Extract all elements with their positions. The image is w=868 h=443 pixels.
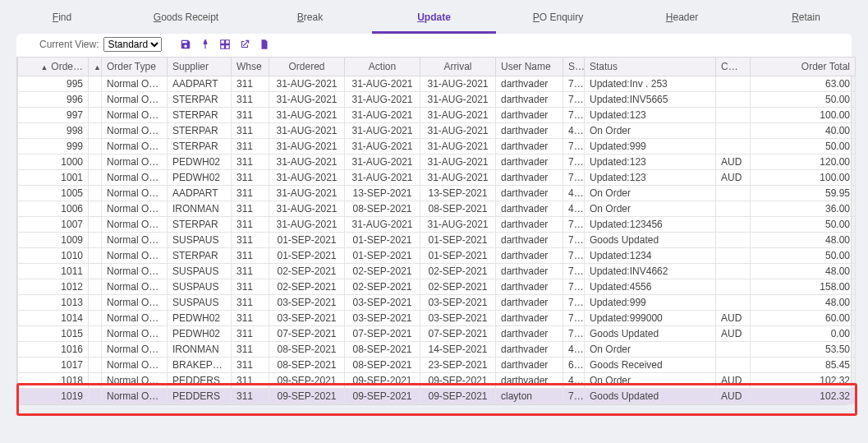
table-row[interactable]: 1006Normal OrderIRONMAN31131-AUG-202108-…: [18, 201, 856, 217]
export-icon[interactable]: [237, 37, 252, 52]
table-row[interactable]: 1001Normal OrderPEDWH0231131-AUG-202131-…: [18, 170, 856, 186]
table-row[interactable]: 1011Normal OrderSUSPAUS31102-SEP-202102-…: [18, 264, 856, 279]
save-icon[interactable]: [178, 37, 193, 52]
col-action[interactable]: Action: [345, 58, 420, 76]
table-row[interactable]: 1000Normal OrderPEDWH0231131-AUG-202131-…: [18, 155, 856, 170]
col-total[interactable]: Order Total: [751, 58, 856, 76]
table-row[interactable]: 997Normal OrderSTERPAR31131-AUG-202131-A…: [18, 108, 856, 123]
table-row[interactable]: 1005Normal OrderAADPART31131-AUG-202113-…: [18, 186, 856, 201]
col-supplier[interactable]: Supplier: [168, 58, 232, 76]
col-sortcol[interactable]: [89, 58, 102, 76]
table-row[interactable]: 1019Normal OrderPEDDERS31109-SEP-202109-…: [18, 389, 856, 404]
col-order[interactable]: Orde…: [18, 58, 89, 76]
tab-break[interactable]: Break: [248, 5, 372, 34]
col-whse[interactable]: Whse: [232, 58, 269, 76]
current-view-select[interactable]: Standard: [103, 37, 162, 52]
tab-goods-receipt[interactable]: Goods Receipt: [124, 5, 248, 34]
grid-icon[interactable]: [218, 37, 232, 52]
orders-table: Orde…Order TypeSupplierWhseOrderedAction…: [17, 57, 856, 404]
col-arrival[interactable]: Arrival: [420, 58, 496, 76]
table-header-row: Orde…Order TypeSupplierWhseOrderedAction…: [18, 58, 856, 76]
table-row[interactable]: 1016Normal OrderIRONMAN31108-SEP-202108-…: [18, 342, 856, 358]
col-ordered[interactable]: Ordered: [269, 58, 345, 76]
table-row[interactable]: 1014Normal OrderPEDWH0231103-SEP-202103-…: [18, 311, 856, 326]
tab-update[interactable]: Update: [372, 5, 496, 34]
tab-retain[interactable]: Retain: [744, 5, 868, 34]
tab-po-enquiry[interactable]: PO Enquiry: [496, 5, 620, 34]
table-row[interactable]: 1018Normal OrderPEDDERS31109-SEP-202109-…: [18, 373, 856, 389]
table-row[interactable]: 995Normal OrderAADPART31131-AUG-202131-A…: [18, 76, 856, 92]
col-type[interactable]: Order Type: [102, 58, 168, 76]
table-row[interactable]: 999Normal OrderSTERPAR31131-AUG-202131-A…: [18, 139, 856, 155]
tab-header[interactable]: Header: [620, 5, 744, 34]
document-icon[interactable]: [257, 37, 272, 52]
table-row[interactable]: 1013Normal OrderSUSPAUS31103-SEP-202103-…: [18, 295, 856, 311]
table-row[interactable]: 1015Normal OrderPEDWH0231107-SEP-202107-…: [18, 326, 856, 342]
table-row[interactable]: 1017Normal OrderBRAKEPRO31108-SEP-202108…: [18, 358, 856, 373]
col-c[interactable]: C…: [716, 58, 751, 76]
table-row[interactable]: 1009Normal OrderSUSPAUS31101-SEP-202101-…: [18, 233, 856, 248]
col-status[interactable]: Status: [585, 58, 716, 76]
pin-icon[interactable]: [198, 37, 213, 52]
table-row[interactable]: 1012Normal OrderSUSPAUS31102-SEP-202102-…: [18, 279, 856, 295]
table-row[interactable]: 996Normal OrderSTERPAR31131-AUG-202131-A…: [18, 92, 856, 108]
tabbar: FindGoods ReceiptBreakUpdatePO EnquiryHe…: [0, 0, 868, 34]
table-row[interactable]: 1007Normal OrderSTERPAR31131-AUG-202131-…: [18, 217, 856, 233]
col-user[interactable]: User Name: [496, 58, 563, 76]
toolbar: Current View: Standard: [16, 34, 852, 57]
current-view-label: Current View:: [39, 39, 99, 50]
table-row[interactable]: 998Normal OrderSTERPAR31131-AUG-202131-A…: [18, 123, 856, 139]
tab-find[interactable]: Find: [0, 5, 124, 34]
table-row[interactable]: 1010Normal OrderSTERPAR31101-SEP-202101-…: [18, 248, 856, 264]
col-s[interactable]: S…: [563, 58, 585, 76]
